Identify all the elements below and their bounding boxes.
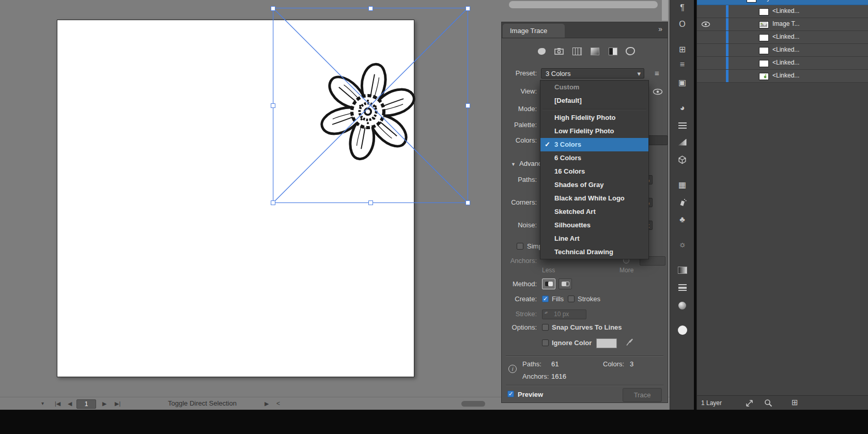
low-color-icon[interactable] <box>571 46 583 56</box>
selection-handle[interactable] <box>271 200 275 205</box>
stroke-panel-icon[interactable] <box>670 281 694 294</box>
selection-color-bar <box>726 18 729 30</box>
preset-option-custom: Custom <box>540 81 648 94</box>
strokes-checkbox[interactable] <box>568 296 575 302</box>
info-colors-label: Colors: <box>603 360 624 369</box>
selection-handle[interactable] <box>466 200 470 205</box>
make-mask-icon[interactable] <box>746 399 753 407</box>
gradient-swatch-panel-icon[interactable] <box>670 264 694 277</box>
gradient-panel-icon[interactable] <box>670 135 694 149</box>
layer-thumbnail[interactable] <box>759 73 769 80</box>
preset-option-line-art[interactable]: Line Art <box>540 232 648 245</box>
locate-object-icon[interactable] <box>764 399 772 407</box>
preview-checkbox[interactable]: ✓ <box>507 391 514 397</box>
navigator-panel-icon[interactable] <box>670 299 694 312</box>
preset-option-6-colors[interactable]: 6 Colors <box>540 151 648 165</box>
preset-option-3-colors[interactable]: ✓3 Colors <box>540 138 648 151</box>
opentype-panel-icon[interactable]: O <box>670 18 694 31</box>
selection-handle[interactable] <box>368 6 373 11</box>
layer-thumbnail[interactable] <box>759 47 769 54</box>
ignore-color-checkbox[interactable] <box>542 339 549 346</box>
preset-option-silhouettes[interactable]: Silhouettes <box>540 219 648 232</box>
snap-curves-checkbox[interactable] <box>542 324 549 331</box>
view-eye-icon[interactable] <box>653 88 663 95</box>
fills-checkbox[interactable]: ✓ <box>542 296 549 302</box>
layer-row[interactable]: <Linked... <box>697 31 868 44</box>
layer-thumbnail[interactable] <box>759 8 769 16</box>
appearance-panel-icon[interactable] <box>670 323 694 337</box>
align-panel-icon[interactable]: ≡ <box>670 58 694 71</box>
selection-handle[interactable] <box>271 103 275 108</box>
layer-row[interactable]: <Linked... <box>697 70 868 83</box>
transform-panel-icon[interactable]: ▣ <box>670 75 694 89</box>
selection-color-bar <box>726 31 729 43</box>
stroke-value: 10 px <box>554 310 569 319</box>
grayscale-icon[interactable] <box>589 46 600 56</box>
selection-handle[interactable] <box>368 200 373 205</box>
selection-handle[interactable] <box>466 103 470 108</box>
new-layer-icon[interactable]: ⊞ <box>792 398 798 407</box>
selection-color-bar <box>726 44 729 56</box>
3d-panel-icon[interactable] <box>670 153 694 166</box>
horizontal-scrollbar-handle[interactable] <box>461 401 485 407</box>
layer-row[interactable]: <Linked... <box>697 5 868 18</box>
preset-option-high-fidelity[interactable]: High Fidelity Photo <box>540 111 648 125</box>
preset-option-default[interactable]: [Default] <box>540 94 648 107</box>
black-white-icon[interactable] <box>607 46 618 56</box>
prev-artboard-button[interactable]: ◀ <box>68 399 72 408</box>
paragraph-panel-icon[interactable]: ¶ <box>670 1 694 14</box>
selection-handle[interactable] <box>466 6 470 11</box>
preset-option-technical-drawing[interactable]: Technical Drawing <box>540 245 648 259</box>
palette-label: Palette: <box>502 120 537 130</box>
selection-handle[interactable] <box>271 6 275 11</box>
artboard-number-field[interactable]: 1 <box>76 399 96 409</box>
ignore-color-swatch[interactable] <box>596 338 617 348</box>
preset-option-shades-of-gray[interactable]: Shades of Gray <box>540 178 648 192</box>
layer-row[interactable]: <Linked... <box>697 44 868 57</box>
layer-row-selected[interactable]: Layer 1 <box>697 0 868 5</box>
symbol-sprayer-panel-icon[interactable] <box>670 195 694 209</box>
panel-menu-icon[interactable]: ≡ <box>655 69 659 78</box>
preset-option-black-white-logo[interactable]: Black and White Logo <box>540 192 648 205</box>
zoom-caret-icon[interactable]: ▾ <box>41 399 44 408</box>
color-guide-panel-icon[interactable] <box>670 119 694 132</box>
layer-thumbnail[interactable] <box>759 21 769 28</box>
preset-option-sketched-art[interactable]: Sketched Art <box>540 205 648 219</box>
layer-row[interactable]: Image T... <box>697 18 868 31</box>
swatches-panel-icon[interactable]: ▦ <box>670 178 694 191</box>
visibility-eye-icon[interactable] <box>701 21 710 27</box>
right-scrollbar-fragment[interactable] <box>662 0 668 21</box>
preset-dropdown[interactable]: 3 Colors ▾ <box>541 68 644 79</box>
preset-menu: Custom [Default] High Fidelity Photo Low… <box>540 80 649 259</box>
eyedropper-icon[interactable] <box>626 338 633 347</box>
high-color-icon[interactable] <box>553 46 565 56</box>
info-anchors-label: Anchors: <box>522 372 549 381</box>
preset-option-low-fidelity[interactable]: Low Fidelity Photo <box>540 125 648 138</box>
top-scrollbar-fragment[interactable] <box>509 1 658 8</box>
tab-image-trace[interactable]: Image Trace <box>503 24 565 38</box>
next-artboard-button[interactable]: ▶ <box>102 399 106 408</box>
color-panel-icon[interactable]: ◕ <box>670 101 694 115</box>
panel-collapse-icon[interactable]: » <box>658 25 662 33</box>
preset-option-16-colors[interactable]: 16 Colors <box>540 165 648 178</box>
method-overlapping-button[interactable] <box>559 278 572 289</box>
colors-slider-fragment[interactable] <box>647 135 668 145</box>
first-artboard-button[interactable]: |◀ <box>55 399 60 408</box>
simplify-checkbox[interactable] <box>517 243 523 250</box>
method-abutting-button[interactable] <box>542 278 555 289</box>
brushes-panel-icon[interactable]: ☼ <box>670 238 694 251</box>
auto-color-icon[interactable] <box>536 46 547 56</box>
layer-thumbnail[interactable] <box>759 60 769 67</box>
artboards-panel-icon[interactable]: ⊞ <box>670 42 694 56</box>
preview-label: Preview <box>518 390 543 399</box>
outline-icon[interactable] <box>625 46 636 56</box>
trace-button[interactable]: Trace <box>623 388 662 402</box>
symbols-panel-icon[interactable]: ♣ <box>670 213 694 226</box>
status-play-icon[interactable]: ▶ <box>265 399 269 408</box>
last-artboard-button[interactable]: ▶| <box>115 399 120 408</box>
advanced-triangle-icon[interactable]: ▼ <box>511 160 516 169</box>
status-back-icon[interactable]: < <box>276 399 280 408</box>
anchors-less-label: Less <box>542 266 555 275</box>
layer-row[interactable]: <Linked... <box>697 57 868 70</box>
layer-thumbnail[interactable] <box>759 34 769 41</box>
